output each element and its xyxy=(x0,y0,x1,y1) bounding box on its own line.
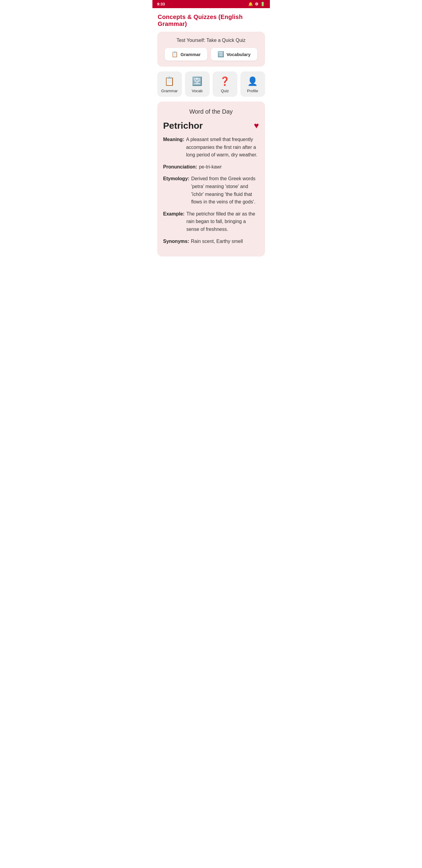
meaning-value: A pleasant smell that frequently accompa… xyxy=(186,135,259,159)
pronunciation-label: Pronunciation: xyxy=(163,163,197,171)
synonyms-label: Synonyms: xyxy=(163,238,189,245)
quiz-buttons: 📋 Grammar 🈳 Vocabulary xyxy=(162,48,260,61)
grammar-nav-icon: 📋 xyxy=(164,76,175,86)
word-of-day-card: Word of the Day Petrichor ♥ Meaning: A p… xyxy=(157,101,265,256)
etymology-value: Derived from the Greek words 'petra' mea… xyxy=(191,175,259,206)
nav-item-profile[interactable]: 👤 Profile xyxy=(240,71,265,97)
pronunciation-detail: Pronunciation: pe-tri-kawr xyxy=(163,163,259,171)
word-name: Petrichor xyxy=(163,121,203,131)
quiz-nav-label: Quiz xyxy=(221,89,229,93)
grammar-btn-label: Grammar xyxy=(181,52,201,57)
nav-grid: 📋 Grammar 🈳 Vocab ❓ Quiz 👤 Profile xyxy=(157,71,265,97)
etymology-label: Etymology: xyxy=(163,175,190,206)
synonyms-value: Rain scent, Earthy smell xyxy=(191,238,243,245)
pronunciation-value: pe-tri-kawr xyxy=(199,163,222,171)
word-of-day-title: Word of the Day xyxy=(163,108,259,115)
grammar-btn-icon: 📋 xyxy=(171,51,178,58)
etymology-detail: Etymology: Derived from the Greek words … xyxy=(163,175,259,206)
status-time: 9:33 xyxy=(157,2,165,6)
vocab-btn-label: Vocabulary xyxy=(227,52,251,57)
quiz-nav-icon: ❓ xyxy=(220,76,230,86)
quiz-card: Test Yourself: Take a Quick Quiz 📋 Gramm… xyxy=(157,32,265,67)
nav-item-quiz[interactable]: ❓ Quiz xyxy=(213,71,237,97)
profile-nav-label: Profile xyxy=(247,89,258,93)
nav-item-grammar[interactable]: 📋 Grammar xyxy=(157,71,182,97)
quiz-card-title: Test Yourself: Take a Quick Quiz xyxy=(162,38,260,43)
profile-nav-icon: 👤 xyxy=(247,76,258,86)
vocab-btn-icon: 🈳 xyxy=(218,51,224,58)
vocab-nav-icon: 🈳 xyxy=(192,76,202,86)
example-detail: Example: The petrichor filled the air as… xyxy=(163,210,259,233)
meaning-label: Meaning: xyxy=(163,135,184,159)
app-title: Concepts & Quizzes (English Grammar) xyxy=(153,8,270,32)
meaning-detail: Meaning: A pleasant smell that frequentl… xyxy=(163,135,259,159)
vocab-nav-label: Vocab xyxy=(192,89,202,93)
favorite-icon[interactable]: ♥ xyxy=(254,121,259,130)
battery-icon: 🔋 xyxy=(260,2,265,6)
word-header: Petrichor ♥ xyxy=(163,121,259,131)
grammar-quiz-button[interactable]: 📋 Grammar xyxy=(165,48,207,61)
notification-icon: 🔔 xyxy=(248,2,253,6)
vocabulary-quiz-button[interactable]: 🈳 Vocabulary xyxy=(211,48,257,61)
nav-item-vocab[interactable]: 🈳 Vocab xyxy=(185,71,209,97)
settings-icon: ⚙ xyxy=(255,2,258,6)
status-bar: 9:33 🔔 ⚙ 🔋 xyxy=(153,0,270,8)
status-icons: 🔔 ⚙ 🔋 xyxy=(248,2,265,6)
example-value: The petrichor filled the air as the rain… xyxy=(187,210,259,233)
synonyms-detail: Synonyms: Rain scent, Earthy smell xyxy=(163,238,259,245)
grammar-nav-label: Grammar xyxy=(161,89,178,93)
example-label: Example: xyxy=(163,210,185,233)
